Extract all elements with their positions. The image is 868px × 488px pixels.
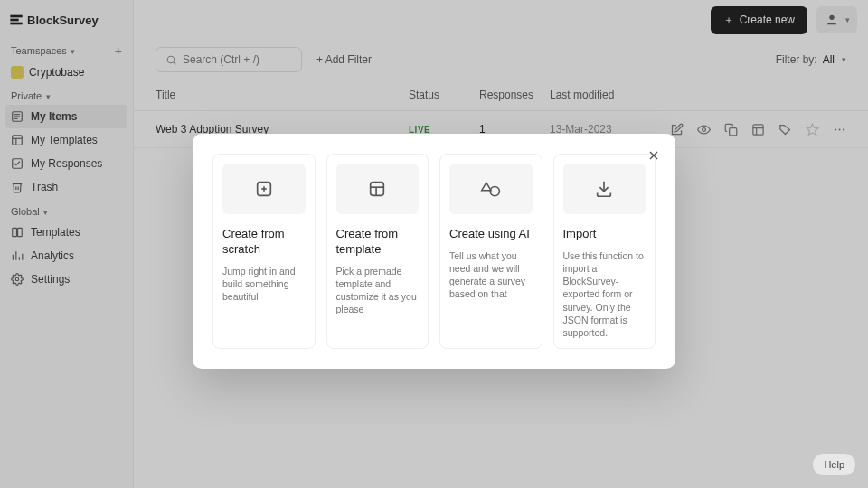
- card-create-ai[interactable]: Create using AI Tell us what you need an…: [439, 154, 542, 349]
- card-desc: Jump right in and build something beauti…: [222, 265, 306, 304]
- svg-rect-35: [371, 183, 384, 196]
- card-create-template[interactable]: Create from template Pick a premade temp…: [326, 154, 429, 349]
- svg-marker-38: [481, 183, 490, 191]
- help-button[interactable]: Help: [813, 454, 855, 475]
- card-desc: Tell us what you need and we will genera…: [449, 249, 533, 301]
- card-desc: Use this function to import a BlockSurve…: [563, 249, 646, 339]
- card-import[interactable]: Import Use this function to import a Blo…: [553, 154, 656, 349]
- card-title: Create from template: [336, 227, 420, 258]
- card-title: Import: [563, 227, 646, 242]
- template-layout-icon: [336, 164, 420, 214]
- scratch-icon: [222, 164, 306, 214]
- card-title: Create from scratch: [222, 227, 306, 258]
- card-desc: Pick a premade template and customize it…: [336, 265, 420, 316]
- card-create-scratch[interactable]: Create from scratch Jump right in and bu…: [212, 154, 316, 349]
- modal-overlay[interactable]: Create from scratch Jump right in and bu…: [0, 0, 868, 488]
- ai-shapes-icon: [449, 164, 533, 214]
- close-button[interactable]: [645, 146, 663, 164]
- create-modal: Create from scratch Jump right in and bu…: [193, 134, 675, 369]
- card-title: Create using AI: [449, 227, 533, 242]
- svg-point-39: [490, 186, 499, 195]
- import-icon: [563, 164, 646, 214]
